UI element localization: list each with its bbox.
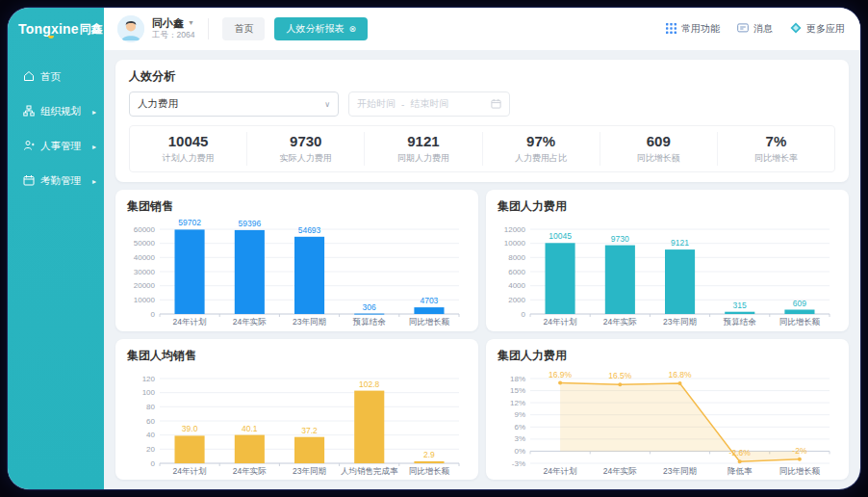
svg-text:50000: 50000 [134, 239, 156, 248]
svg-text:23年同期: 23年同期 [293, 317, 326, 327]
chevron-right-icon: ▸ [92, 143, 96, 151]
svg-text:24年实际: 24年实际 [233, 466, 267, 476]
sidebar-item-org-planning[interactable]: 组织规划 ▸ [8, 94, 104, 129]
svg-text:59396: 59396 [238, 219, 261, 228]
svg-text:0: 0 [151, 458, 156, 467]
kpi-value: 97% [487, 133, 596, 149]
svg-text:23年同期: 23年同期 [663, 466, 697, 476]
top-bar: 同小鑫▼ 工号：2064 首页 人效分析报表 ⊗ 常用功能 消息 [104, 8, 860, 50]
svg-text:-3%: -3% [512, 458, 525, 467]
sidebar: Tongxine同鑫 首页 组织规划 ▸ 人事管理 ▸ 考勤管理 ▸ [8, 8, 104, 489]
close-icon[interactable]: ⊗ [348, 25, 356, 34]
tab-efficiency-report[interactable]: 人效分析报表 ⊗ [274, 17, 368, 40]
user-name: 同小鑫 [152, 17, 184, 30]
kpi-label: 同期人力费用 [369, 152, 477, 165]
kpi-value: 9730 [251, 133, 360, 149]
logo-accent-dot [48, 36, 54, 39]
svg-text:23年同期: 23年同期 [293, 466, 326, 476]
metric-select[interactable]: 人力费用 ∨ [129, 92, 339, 117]
svg-text:降低率: 降低率 [728, 466, 753, 476]
action-label: 常用功能 [681, 22, 720, 36]
svg-text:609: 609 [793, 299, 806, 308]
kpi-strip: 10045 计划人力费用 9730 实际人力费用 9121 同期人力费用 97%… [129, 125, 835, 172]
sidebar-item-label: 组织规划 [40, 105, 81, 118]
svg-text:20: 20 [146, 444, 155, 453]
svg-text:4703: 4703 [420, 296, 438, 305]
svg-text:0%: 0% [514, 446, 525, 455]
avatar [117, 15, 144, 42]
svg-text:16.5%: 16.5% [608, 371, 632, 380]
svg-text:80: 80 [146, 402, 155, 410]
chevron-down-icon: ▼ [188, 19, 194, 27]
svg-text:315: 315 [733, 301, 747, 310]
svg-text:24年计划: 24年计划 [173, 317, 207, 327]
svg-text:40000: 40000 [134, 253, 156, 262]
kpi-yoy-growth-rate: 7% 同比增长率 [717, 132, 834, 166]
svg-text:同比增长额: 同比增长额 [779, 317, 821, 327]
svg-text:2000: 2000 [508, 296, 525, 304]
svg-text:预算结余: 预算结余 [352, 317, 387, 327]
panel-title: 人效分析 [129, 68, 835, 85]
date-range-input[interactable]: 开始时间 - 结束时间 [348, 92, 510, 117]
more-apps-button[interactable]: 更多应用 [790, 22, 845, 36]
app-window: Tongxine同鑫 首页 组织规划 ▸ 人事管理 ▸ 考勤管理 ▸ [8, 8, 860, 489]
top-actions: 常用功能 消息 更多应用 [666, 22, 845, 36]
svg-text:24年计划: 24年计划 [544, 466, 577, 476]
divider [208, 18, 209, 39]
chart-title: 集团销售 [127, 198, 467, 215]
group-hr-cost-chart-panel: 集团人力费用 020004000600080001000012000100459… [486, 190, 849, 331]
svg-text:24年计划: 24年计划 [544, 317, 577, 327]
group-sales-bar-chart: 0100002000030000400005000060000597025939… [127, 217, 467, 327]
common-functions-button[interactable]: 常用功能 [666, 22, 720, 36]
per-capita-sales-chart-panel: 集团人均销售 02040608010012039.040.137.2102.82… [115, 339, 478, 481]
metric-select-value: 人力费用 [138, 97, 178, 111]
svg-text:102.8: 102.8 [359, 379, 380, 388]
svg-text:9730: 9730 [611, 234, 629, 244]
action-label: 消息 [753, 22, 773, 36]
kpi-value: 10045 [134, 133, 243, 149]
svg-text:24年实际: 24年实际 [603, 466, 637, 476]
svg-text:4000: 4000 [508, 281, 525, 290]
messages-button[interactable]: 消息 [737, 22, 773, 36]
chart-title: 集团人力费用 [498, 198, 837, 215]
end-date-placeholder: 结束时间 [410, 97, 448, 111]
sidebar-item-label: 首页 [40, 70, 61, 84]
svg-text:2.9: 2.9 [423, 449, 435, 458]
svg-text:40: 40 [146, 431, 155, 439]
kpi-value: 7% [722, 133, 830, 149]
people-icon [23, 140, 35, 153]
org-icon [23, 105, 35, 118]
kpi-planned-hr-cost: 10045 计划人力费用 [130, 132, 246, 166]
dashboard-content: 人效分析 人力费用 ∨ 开始时间 - 结束时间 10045 [104, 50, 860, 489]
svg-text:预算结余: 预算结余 [723, 317, 757, 327]
sidebar-item-attendance[interactable]: 考勤管理 ▸ [8, 164, 104, 198]
svg-text:54693: 54693 [298, 225, 321, 235]
svg-text:30000: 30000 [134, 268, 156, 276]
sidebar-item-hr-management[interactable]: 人事管理 ▸ [8, 129, 104, 164]
tab-label: 人效分析报表 [286, 22, 344, 36]
svg-text:60: 60 [146, 416, 155, 425]
chevron-right-icon: ▸ [92, 177, 96, 186]
svg-text:6%: 6% [514, 422, 525, 431]
kpi-label: 实际人力费用 [251, 152, 360, 165]
tab-home[interactable]: 首页 [222, 17, 265, 40]
kpi-label: 计划人力费用 [134, 152, 243, 165]
svg-text:6000: 6000 [508, 268, 525, 276]
svg-text:同比增长额: 同比增长额 [409, 317, 450, 327]
svg-text:24年实际: 24年实际 [233, 317, 267, 327]
user-menu[interactable]: 同小鑫▼ 工号：2064 [152, 17, 194, 40]
sidebar-item-home[interactable]: 首页 [8, 60, 104, 94]
svg-text:24年计划: 24年计划 [173, 466, 207, 476]
svg-text:-2%: -2% [792, 445, 807, 455]
svg-text:3%: 3% [514, 434, 525, 443]
kpi-label: 人力费用占比 [487, 152, 596, 165]
sidebar-menu: 首页 组织规划 ▸ 人事管理 ▸ 考勤管理 ▸ [8, 60, 104, 198]
svg-text:8000: 8000 [508, 253, 525, 262]
svg-text:40.1: 40.1 [242, 423, 258, 432]
efficiency-filter-panel: 人效分析 人力费用 ∨ 开始时间 - 结束时间 10045 [115, 60, 849, 182]
kpi-yoy-growth-amount: 609 同比增长额 [600, 132, 717, 166]
kpi-actual-hr-cost: 9730 实际人力费用 [246, 132, 364, 166]
sidebar-item-label: 人事管理 [40, 140, 81, 153]
svg-text:12000: 12000 [504, 225, 526, 234]
group-sales-chart-panel: 集团销售 01000020000300004000050000600005970… [115, 190, 478, 331]
